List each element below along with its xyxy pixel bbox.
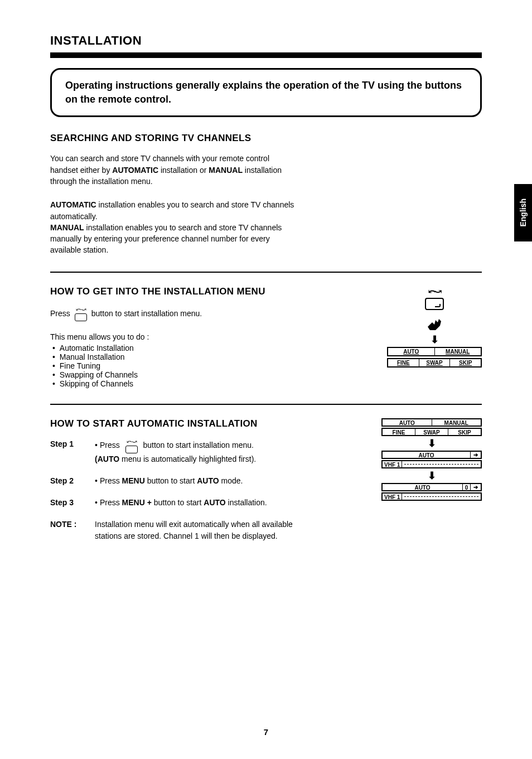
osd-cell: FINE: [388, 359, 419, 366]
title-underline-bar: [50, 52, 482, 58]
step-content: •Press ⤺⤻ button to start installation m…: [95, 438, 307, 465]
page-number: 7: [0, 727, 532, 737]
text: button to start: [145, 476, 197, 485]
osd-cell: SWAP: [415, 429, 448, 435]
text-bold: (AUTO: [95, 455, 119, 463]
osd-preview-row-2: FINE SWAP SKIP: [387, 358, 482, 368]
list-item: Fine Tuning: [52, 361, 265, 370]
osd-row: VHF 1: [381, 460, 482, 468]
step-3-row: Step 3 •Press MENU + button to start AUT…: [50, 497, 307, 509]
osd-row: AUTO ➔: [381, 451, 482, 459]
install-button-icon-large: ⤺⤻: [387, 286, 482, 310]
down-arrow-icon: ⬇: [381, 438, 482, 448]
press-instruction: Press ⤺⤻ button to start installation me…: [50, 306, 265, 321]
list-item: Swapping of Channels: [52, 370, 265, 379]
text-bold: AUTOMATIC: [50, 200, 96, 209]
osd-preview-row-1: AUTO MANUAL: [387, 347, 482, 356]
osd-row: FINE SWAP SKIP: [381, 428, 482, 436]
step-1-row: Step 1 •Press ⤺⤻ button to start install…: [50, 438, 307, 465]
menu-capabilities-intro: This menu allows you to do :: [50, 332, 265, 341]
page-section-title: INSTALLATION: [50, 33, 482, 48]
text-bold: MENU: [122, 476, 145, 485]
text-bold: AUTO: [204, 498, 225, 507]
section-divider: [50, 404, 482, 405]
step-label: Step 3: [50, 497, 95, 509]
osd-cell: 0: [463, 484, 471, 490]
tuning-ticks: [402, 494, 481, 500]
text-bold: MANUAL: [209, 166, 243, 175]
section-divider: [50, 272, 482, 273]
osd-row: AUTO MANUAL: [381, 418, 482, 427]
step-label: Step 1: [50, 438, 95, 450]
right-arrow-icon: ➔: [471, 452, 481, 458]
menu-capabilities-list: Automatic Installation Manual Installati…: [50, 344, 265, 388]
text: installation.: [226, 498, 267, 507]
text: Press: [100, 476, 122, 485]
text: button to start installation menu.: [143, 441, 253, 449]
text: installation enables you to search and s…: [50, 223, 282, 255]
osd-cell: VHF 1: [383, 494, 402, 500]
osd-row: VHF 1: [381, 492, 482, 501]
step-content: •Press MENU button to start AUTO mode.: [95, 475, 307, 487]
down-arrow-icon: ⬇: [387, 335, 482, 345]
text-bold: AUTO: [197, 476, 219, 485]
text-bold: MENU +: [122, 498, 152, 507]
text-bold: MANUAL: [50, 223, 84, 232]
text-bold: AUTOMATIC: [112, 166, 158, 175]
auto-install-diagram: AUTO MANUAL FINE SWAP SKIP ⬇ AUTO ➔ VHF …: [381, 418, 482, 502]
searching-paragraph-2: AUTOMATIC installation enables you to se…: [50, 199, 296, 255]
heading-searching-storing: SEARCHING AND STORING TV CHANNELS: [50, 133, 482, 144]
list-item: Automatic Installation: [52, 344, 265, 352]
note-row: NOTE : Installation menu will exit autom…: [50, 519, 307, 542]
osd-cell: AUTO: [383, 484, 463, 490]
pointing-hand-icon: [424, 315, 444, 331]
osd-cell: FINE: [383, 429, 415, 435]
text: mode.: [219, 476, 243, 485]
down-arrow-icon: ⬇: [381, 471, 482, 481]
heading-start-auto-install: HOW TO START AUTOMATIC INSTALLATION: [50, 418, 307, 429]
install-button-icon: ⤺⤻: [75, 306, 87, 321]
text: installation or: [158, 166, 209, 175]
right-arrow-icon: ➔: [471, 484, 481, 490]
note-content: Installation menu will exit automaticall…: [95, 519, 307, 542]
osd-cell: MANUAL: [435, 348, 481, 355]
osd-row: AUTO 0 ➔: [381, 483, 482, 491]
searching-paragraph-1: You can search and store TV channels wit…: [50, 153, 296, 187]
osd-cell: VHF 1: [383, 461, 402, 467]
press-label: Press: [50, 309, 70, 318]
note-label: NOTE :: [50, 519, 95, 530]
step-label: Step 2: [50, 475, 95, 487]
osd-cell: SKIP: [450, 359, 481, 366]
intro-callout-box: Operating instructions generally explain…: [50, 68, 482, 117]
install-button-icon: ⤺⤻: [125, 438, 138, 453]
list-item: Manual Installation: [52, 352, 265, 361]
heading-get-into-menu: HOW TO GET INTO THE INSTALLATION MENU: [50, 286, 265, 297]
osd-cell: AUTO: [388, 348, 435, 355]
tuning-ticks: [402, 461, 481, 467]
text: Press: [100, 441, 120, 449]
text: menu is automatically highlighted first)…: [119, 455, 256, 463]
step-content: •Press MENU + button to start AUTO insta…: [95, 497, 307, 509]
text: button to start: [152, 498, 204, 507]
osd-cell: AUTO: [383, 419, 432, 426]
language-edge-tab: English: [514, 184, 532, 241]
osd-cell: AUTO: [383, 452, 471, 458]
text: Press: [100, 498, 122, 507]
osd-cell: SKIP: [448, 429, 481, 435]
install-menu-diagram: ⤺⤻ ⬇ AUTO MANUAL FINE SWAP SKIP: [387, 286, 482, 369]
osd-cell: SWAP: [419, 359, 451, 366]
language-tab-label: English: [519, 199, 528, 227]
step-2-row: Step 2 •Press MENU button to start AUTO …: [50, 475, 307, 487]
list-item: Skipping of Channels: [52, 379, 265, 388]
osd-cell: MANUAL: [432, 419, 481, 426]
press-suffix: button to start installation menu.: [91, 309, 202, 318]
